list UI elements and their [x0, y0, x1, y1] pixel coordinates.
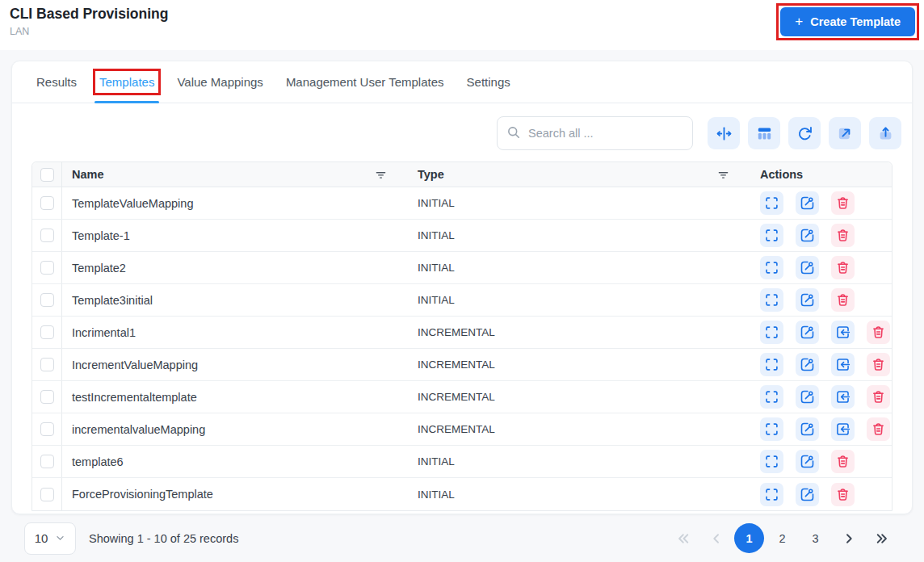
- last-page-button[interactable]: [867, 523, 897, 553]
- edit-icon: [799, 195, 816, 212]
- table-row: incrementalvalueMappingINCREMENTAL: [32, 413, 892, 446]
- expand-button[interactable]: [760, 385, 783, 409]
- tab-value-mappings[interactable]: Value Mappings: [177, 61, 262, 103]
- tab-label: Value Mappings: [177, 75, 262, 89]
- edit-button[interactable]: [796, 353, 819, 376]
- template-name: ForceProvisioningTemplate: [72, 488, 213, 501]
- type-cell: INCREMENTAL: [410, 349, 752, 380]
- edit-icon: [799, 486, 816, 503]
- create-template-button[interactable]: + Create Template: [780, 7, 915, 36]
- content-card: ResultsTemplatesValue MappingsManagement…: [11, 61, 913, 514]
- expand-button[interactable]: [760, 483, 783, 506]
- refresh-button[interactable]: [788, 117, 821, 149]
- delete-button[interactable]: [831, 256, 855, 279]
- template-type: INCREMENTAL: [418, 423, 495, 435]
- expand-icon: [763, 259, 780, 276]
- header-name-cell: Name: [62, 162, 410, 187]
- filter-icon[interactable]: [716, 167, 731, 182]
- delete-button[interactable]: [831, 224, 855, 247]
- expand-button[interactable]: [760, 191, 783, 215]
- edit-button[interactable]: [796, 321, 819, 344]
- tab-management-user-templates[interactable]: Management User Templates: [286, 61, 444, 103]
- row-checkbox[interactable]: [40, 325, 54, 339]
- filter-icon[interactable]: [373, 167, 388, 182]
- delete-button[interactable]: [867, 321, 890, 344]
- expand-button[interactable]: [760, 288, 783, 312]
- edit-icon: [799, 324, 816, 341]
- name-cell: template6: [62, 446, 410, 477]
- row-checkbox[interactable]: [40, 261, 54, 275]
- tab-templates[interactable]: Templates: [99, 61, 154, 103]
- delete-button[interactable]: [831, 288, 855, 312]
- search-box: [497, 116, 693, 150]
- edit-button[interactable]: [796, 483, 819, 506]
- annotation-box-create: + Create Template: [776, 3, 919, 40]
- columns-icon: [755, 124, 774, 143]
- import-button[interactable]: [831, 353, 855, 376]
- row-checkbox[interactable]: [40, 455, 54, 468]
- expand-icon: [763, 324, 780, 341]
- import-button[interactable]: [831, 321, 855, 344]
- tab-label: Results: [36, 75, 77, 89]
- template-type: INITIAL: [418, 197, 455, 209]
- open-external-button[interactable]: [829, 117, 861, 149]
- columns-button[interactable]: [748, 117, 780, 149]
- expand-button[interactable]: [760, 321, 783, 344]
- import-button[interactable]: [831, 417, 855, 441]
- template-name: Template3initial: [72, 294, 153, 307]
- expand-button[interactable]: [760, 353, 783, 376]
- delete-button[interactable]: [831, 450, 855, 473]
- template-type: INCREMENTAL: [418, 326, 495, 338]
- import-button[interactable]: [831, 385, 855, 409]
- row-checkbox[interactable]: [40, 488, 54, 501]
- row-checkbox[interactable]: [40, 229, 54, 242]
- page-button-1[interactable]: 1: [734, 523, 764, 553]
- name-cell: IncrementValueMapping: [62, 349, 410, 380]
- page-button-3[interactable]: 3: [800, 523, 830, 553]
- page-button-2[interactable]: 2: [767, 523, 797, 553]
- create-template-label: Create Template: [810, 15, 901, 28]
- expand-button[interactable]: [760, 224, 783, 247]
- edit-icon: [799, 259, 816, 276]
- tab-results[interactable]: Results: [36, 61, 77, 103]
- select-all-checkbox[interactable]: [40, 168, 54, 182]
- edit-button[interactable]: [796, 385, 819, 409]
- tab-settings[interactable]: Settings: [467, 61, 510, 103]
- expand-button[interactable]: [760, 450, 783, 473]
- page: CLI Based Provisioning LAN + Create Temp…: [0, 0, 924, 562]
- expand-button[interactable]: [760, 417, 783, 441]
- pag-next-icon: [840, 530, 858, 547]
- name-cell: Incrimental1: [62, 317, 410, 348]
- template-name: Incrimental1: [72, 326, 136, 339]
- edit-button[interactable]: [796, 288, 819, 312]
- edit-button[interactable]: [796, 417, 819, 441]
- column-resize-button[interactable]: [708, 117, 740, 149]
- row-checkbox[interactable]: [40, 358, 54, 371]
- row-checkbox[interactable]: [40, 422, 54, 436]
- delete-button[interactable]: [867, 353, 890, 376]
- row-checkbox[interactable]: [40, 390, 54, 404]
- delete-button[interactable]: [867, 385, 890, 409]
- edit-icon: [799, 356, 816, 373]
- page-size-select[interactable]: 10: [24, 522, 76, 555]
- delete-button[interactable]: [831, 191, 855, 215]
- table-row: Incrimental1INCREMENTAL: [32, 317, 892, 349]
- delete-button[interactable]: [867, 417, 890, 441]
- expand-icon: [763, 486, 780, 503]
- prev-page-button: [701, 523, 731, 553]
- delete-button[interactable]: [831, 483, 855, 506]
- next-page-button[interactable]: [834, 523, 863, 553]
- edit-button[interactable]: [796, 450, 819, 473]
- edit-button[interactable]: [796, 256, 819, 279]
- edit-button[interactable]: [796, 224, 819, 247]
- upload-button[interactable]: [869, 117, 901, 149]
- row-checkbox[interactable]: [40, 196, 54, 210]
- tab-label: Settings: [467, 75, 510, 89]
- row-checkbox[interactable]: [40, 293, 54, 307]
- template-type: INCREMENTAL: [418, 359, 495, 371]
- import-icon: [834, 356, 851, 373]
- actions-cell: [752, 187, 892, 219]
- search-input[interactable]: [497, 116, 693, 150]
- edit-button[interactable]: [796, 191, 819, 215]
- expand-button[interactable]: [760, 256, 783, 279]
